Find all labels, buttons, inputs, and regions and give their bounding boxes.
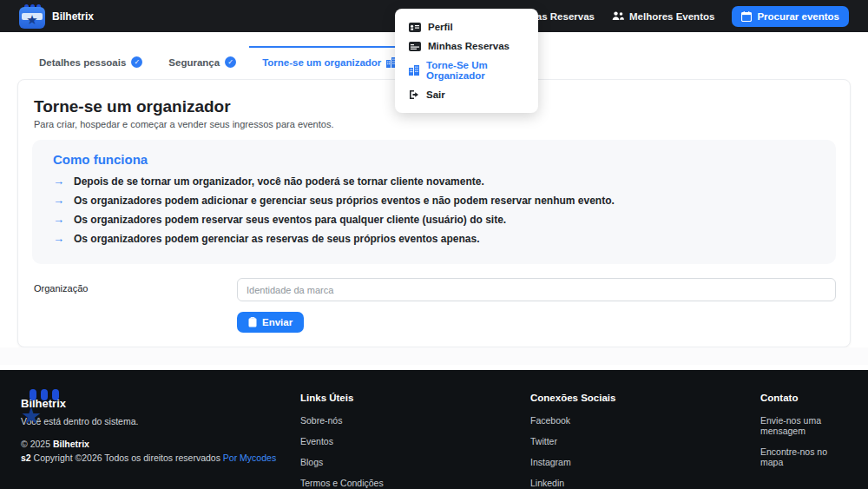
footer-link-instagram[interactable]: Instagram bbox=[530, 457, 760, 467]
become-organizer-card: Torne-se um organizador Para criar, hosp… bbox=[17, 79, 851, 347]
copyright-line-1: © 2025 Bilhetrix bbox=[21, 439, 300, 449]
footer-column-contact: Contato Envie-nos uma mensagem Encontre-… bbox=[760, 389, 847, 489]
menu-item-label: Torne-Se Um Organizador bbox=[426, 60, 524, 81]
menu-item-logout[interactable]: Sair bbox=[395, 85, 538, 104]
sign-out-icon bbox=[409, 89, 419, 100]
tab-personal-details[interactable]: Detalhes pessoais ✓ bbox=[26, 46, 155, 79]
menu-item-my-bookings[interactable]: Minhas Reservas bbox=[395, 36, 538, 56]
submit-label: Enviar bbox=[262, 317, 293, 327]
brand-logo-link[interactable]: ★ Bilhetrix bbox=[19, 4, 94, 29]
list-item: → Os organizadores podem reservar seus e… bbox=[53, 214, 815, 226]
menu-item-profile[interactable]: Perfil bbox=[395, 17, 538, 36]
organization-form-row: Organização Enviar bbox=[32, 278, 836, 333]
footer-link-events[interactable]: Eventos bbox=[300, 436, 530, 446]
footer-column-title: Links Úteis bbox=[300, 393, 530, 403]
tab-label: Segurança bbox=[168, 57, 220, 68]
calendar-icon bbox=[741, 11, 752, 22]
copyright-brand: Bilhetrix bbox=[53, 439, 89, 449]
copyright-mark: s2 bbox=[21, 453, 31, 463]
footer-link-linkedin[interactable]: Linkedin bbox=[530, 478, 760, 488]
address-card-icon bbox=[409, 42, 421, 51]
people-icon bbox=[612, 11, 624, 21]
footer-link-facebook[interactable]: Facebook bbox=[530, 415, 760, 426]
footer-column-title: Conexões Sociais bbox=[530, 393, 760, 403]
check-circle-icon: ✓ bbox=[225, 56, 236, 68]
id-card-icon bbox=[409, 23, 421, 32]
list-item-text: Os organizadores podem adicionar e geren… bbox=[74, 195, 615, 207]
footer-brand: Bilhetrix bbox=[21, 397, 300, 410]
brand-calendar-icon: ★ bbox=[19, 4, 45, 29]
tab-label: Detalhes pessoais bbox=[39, 57, 126, 68]
arrow-right-icon: → bbox=[53, 195, 64, 207]
arrow-right-icon: → bbox=[53, 233, 64, 245]
tab-label: Torne-se um organizador bbox=[262, 57, 381, 68]
footer-tagline: Você está dentro do sistema. bbox=[21, 416, 300, 426]
nav-item-best-events[interactable]: Melhores Eventos bbox=[612, 11, 714, 22]
copyright-text: Copyright ©2026 Todos os direitos reserv… bbox=[34, 453, 220, 463]
nav-item-label: Melhores Eventos bbox=[629, 11, 714, 22]
arrow-right-icon: → bbox=[53, 175, 64, 188]
list-item-text: Os organizadores podem reservar seus eve… bbox=[74, 214, 506, 226]
menu-item-label: Sair bbox=[426, 89, 445, 100]
copyright-author-link[interactable]: Por Mycodes bbox=[223, 453, 276, 463]
submit-button[interactable]: Enviar bbox=[237, 312, 304, 333]
footer-link-message[interactable]: Envie-nos uma mensagem bbox=[760, 415, 847, 436]
organization-input[interactable] bbox=[237, 278, 836, 301]
list-item: → Os organizadores podem adicionar e ger… bbox=[53, 195, 815, 207]
footer-link-terms[interactable]: Termos e Condições bbox=[300, 478, 530, 488]
how-it-works-title: Como funciona bbox=[53, 152, 815, 167]
search-events-label: Procurar eventos bbox=[757, 11, 839, 22]
arrow-right-icon: → bbox=[53, 214, 64, 226]
organization-label: Organização bbox=[32, 278, 237, 333]
tab-security[interactable]: Segurança ✓ bbox=[155, 46, 249, 79]
building-icon bbox=[409, 65, 419, 76]
user-dropdown-menu: Perfil Minhas Reservas Torne-Se Um Organ… bbox=[395, 9, 538, 113]
footer: ★ Bilhetrix Você está dentro do sistema.… bbox=[0, 370, 868, 489]
brand-name: Bilhetrix bbox=[52, 10, 94, 23]
menu-item-label: Minhas Reservas bbox=[428, 41, 510, 51]
check-circle-icon: ✓ bbox=[131, 56, 142, 68]
list-item-text: Depois de se tornar um organizador, você… bbox=[74, 175, 484, 188]
clipboard-icon bbox=[248, 317, 257, 327]
footer-link-map[interactable]: Encontre-nos no mapa bbox=[760, 446, 847, 467]
how-it-works-panel: Como funciona → Depois de se tornar um o… bbox=[32, 140, 836, 264]
copyright-line-2: s2 Copyright ©2026 Todos os direitos res… bbox=[21, 453, 300, 463]
search-events-button[interactable]: Procurar eventos bbox=[732, 6, 849, 27]
page-subtitle: Para criar, hospedar e começar a vender … bbox=[32, 119, 836, 129]
footer-column-useful-links: Links Úteis Sobre-nós Eventos Blogs Term… bbox=[300, 389, 530, 489]
footer-link-twitter[interactable]: Twitter bbox=[530, 436, 760, 446]
footer-gap bbox=[0, 347, 868, 370]
tab-become-organizer[interactable]: Torne-se um organizador bbox=[249, 46, 410, 79]
footer-column-social: Conexões Sociais Facebook Twitter Instag… bbox=[530, 389, 760, 489]
list-item-text: Os organizadores podem gerenciar as rese… bbox=[74, 233, 480, 245]
list-item: → Os organizadores podem gerenciar as re… bbox=[53, 233, 815, 245]
list-item: → Depois de se tornar um organizador, vo… bbox=[53, 175, 815, 188]
menu-item-label: Perfil bbox=[428, 22, 453, 32]
copyright-year: © 2025 bbox=[21, 439, 50, 449]
menu-item-become-organizer[interactable]: Torne-Se Um Organizador bbox=[395, 56, 538, 85]
footer-link-blogs[interactable]: Blogs bbox=[300, 457, 530, 467]
footer-column-title: Contato bbox=[760, 393, 847, 403]
footer-link-about[interactable]: Sobre-nós bbox=[300, 415, 530, 426]
